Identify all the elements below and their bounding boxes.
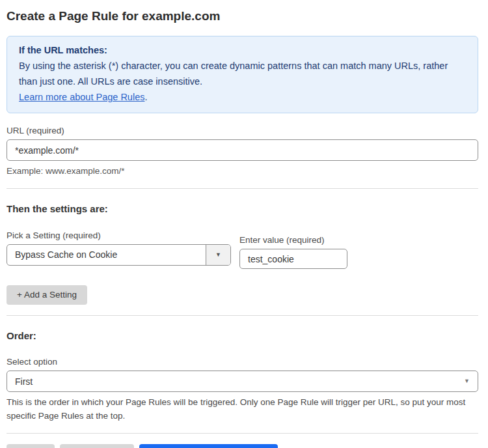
- cancel-button[interactable]: Cancel: [7, 444, 55, 448]
- order-select-label: Select option: [7, 356, 478, 367]
- setting-picker-column: Pick a Setting (required) Bypass Cache o…: [7, 230, 231, 269]
- form-actions: Cancel Save as Draft Save and Deploy Pag…: [7, 444, 478, 448]
- setting-label: Pick a Setting (required): [7, 230, 231, 241]
- info-box-body: By using the asterisk (*) character, you…: [19, 58, 466, 89]
- url-example-helper: Example: www.example.com/*: [7, 165, 478, 178]
- order-section-heading: Order:: [7, 329, 478, 342]
- chevron-down-icon: ▼: [464, 378, 470, 384]
- divider: [7, 433, 478, 434]
- setting-value-input[interactable]: [239, 249, 347, 269]
- setting-select[interactable]: Bypass Cache on Cookie ▼: [7, 244, 231, 266]
- save-and-deploy-button[interactable]: Save and Deploy Page Rule: [139, 444, 278, 448]
- url-match-info-box: If the URL matches: By using the asteris…: [7, 36, 478, 113]
- url-label: URL (required): [7, 125, 478, 136]
- chevron-down-icon[interactable]: ▼: [206, 245, 230, 265]
- info-box-link-line: Learn more about Page Rules.: [19, 89, 466, 105]
- add-setting-button[interactable]: + Add a Setting: [7, 285, 87, 305]
- settings-section-heading: Then the settings are:: [7, 203, 478, 215]
- setting-select-value: Bypass Cache on Cookie: [7, 245, 206, 265]
- setting-value-column: Enter value (required): [239, 230, 347, 269]
- setting-value-label: Enter value (required): [239, 234, 347, 245]
- settings-row: Pick a Setting (required) Bypass Cache o…: [7, 230, 478, 269]
- order-select[interactable]: First ▼: [7, 371, 478, 392]
- save-as-draft-button[interactable]: Save as Draft: [60, 444, 134, 448]
- create-page-rule-form: Create a Page Rule for example.com If th…: [0, 0, 488, 448]
- info-box-heading: If the URL matches:: [19, 42, 466, 58]
- order-select-value: First: [15, 376, 464, 387]
- url-input[interactable]: [7, 139, 478, 161]
- page-title: Create a Page Rule for example.com: [7, 8, 478, 25]
- learn-more-link[interactable]: Learn more about Page Rules: [19, 92, 144, 102]
- link-suffix: .: [144, 92, 147, 102]
- order-helper-text: This is the order in which your Page Rul…: [7, 395, 478, 423]
- chevron-down-glyph: ▼: [215, 252, 221, 258]
- divider: [7, 315, 478, 316]
- divider: [7, 188, 478, 189]
